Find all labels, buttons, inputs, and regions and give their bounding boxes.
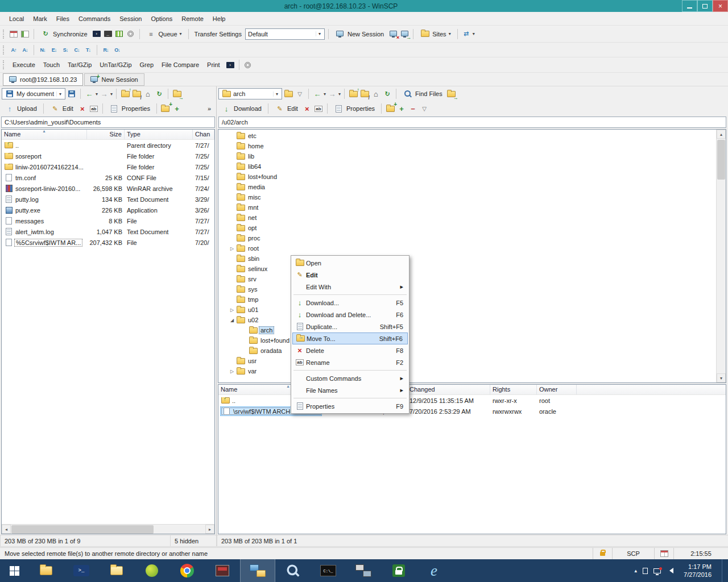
filter-icon[interactable]: ▽ — [295, 89, 305, 99]
sort-by-changed-icon[interactable]: C↓ — [72, 45, 82, 55]
menu-mark[interactable]: Mark — [28, 13, 51, 24]
preferences-gear-icon[interactable] — [126, 29, 136, 39]
parent-directory-icon[interactable]: ↑ — [120, 89, 130, 99]
taskbar-winscp[interactable] — [240, 559, 275, 582]
minimize-button[interactable] — [682, 0, 697, 12]
open-directory-icon[interactable]: → — [172, 89, 182, 99]
command-tar-gzip[interactable]: Tar/GZip — [64, 59, 96, 70]
home-directory-icon[interactable]: ⌂ — [143, 89, 153, 99]
remote-delete-icon[interactable]: × — [302, 104, 312, 114]
command-grep[interactable]: Grep — [136, 59, 158, 70]
menu-session[interactable]: Session — [115, 13, 146, 24]
show-desktop-button[interactable] — [722, 559, 727, 582]
tree-expander-icon[interactable]: ▷ — [229, 369, 235, 374]
context-custom-commands[interactable]: Custom Commands▸ — [292, 372, 408, 384]
taskbar-clock[interactable]: 1:17 PM 7/27/2016 — [679, 563, 716, 579]
local-path[interactable]: C:\Users\admin_yousif\Documents — [1, 117, 215, 128]
sites-button[interactable]: Sites▾ — [417, 27, 453, 40]
local-file-row[interactable]: alert_iwtm.log1,047 KBText Document7/27/ — [2, 226, 214, 237]
back-history-caret[interactable]: ▾ — [96, 92, 98, 97]
remote-path[interactable]: /u02/arch — [218, 117, 726, 128]
scroll-left-arrow-icon[interactable]: ◂ — [2, 525, 11, 534]
remote-column-changed[interactable]: Changed — [407, 385, 490, 394]
remote-back-icon[interactable]: ← — [312, 89, 322, 99]
local-file-row[interactable]: sosreport-liniw-20160...26,598 KBWinRAR … — [2, 183, 214, 194]
tree-expander-icon[interactable]: ◢ — [229, 318, 235, 323]
local-file-row[interactable]: liniw-20160724162214...File folder7/25/ — [2, 161, 214, 172]
command-execute[interactable]: Execute — [9, 59, 39, 70]
command-file-compare[interactable]: File Compare — [158, 59, 203, 70]
remote-properties-button[interactable]: Properties — [331, 102, 378, 115]
action-center-icon[interactable] — [643, 568, 648, 574]
titlebar[interactable]: arch - root@192.168.10.23 - WinSCP × — [0, 0, 728, 12]
console-open-icon[interactable]: › — [225, 60, 235, 70]
chevron-down-icon[interactable]: ▾ — [473, 31, 475, 36]
taskbar-chrome[interactable] — [169, 559, 205, 582]
local-edit-button[interactable]: ✎Edit — [47, 102, 76, 115]
tree-item-net[interactable]: net — [218, 213, 726, 223]
tree-item-lib[interactable]: lib — [218, 151, 726, 161]
remote-column-owner[interactable]: Owner — [537, 385, 577, 394]
sort-by-rights-icon[interactable]: R↓ — [101, 45, 111, 55]
transfer-settings-select[interactable]: Default▾ — [245, 28, 325, 40]
context-file-names[interactable]: File Names▸ — [292, 384, 408, 396]
context-edit-with[interactable]: Edit With▸ — [292, 281, 408, 293]
local-new-folder-icon[interactable]: + — [160, 104, 171, 114]
scroll-down-arrow-icon[interactable]: ▾ — [717, 373, 726, 383]
local-properties-button[interactable]: Properties — [106, 102, 153, 115]
queue-button[interactable]: ≡Queue▾ — [143, 27, 185, 40]
context-rename[interactable]: abRenameF2 — [292, 356, 408, 368]
encryption-cell[interactable] — [593, 548, 612, 559]
remote-filter-icon[interactable]: ▽ — [419, 104, 429, 114]
console-icon[interactable]: › — [92, 29, 102, 39]
taskbar-libraries[interactable] — [99, 559, 134, 582]
remote-column-rights[interactable]: Rights — [490, 385, 537, 394]
local-column-size[interactable]: Size — [87, 130, 125, 139]
network-icon[interactable] — [653, 568, 661, 573]
save-icon[interactable] — [67, 89, 77, 99]
taskbar-keepass[interactable] — [381, 559, 416, 582]
taskbar-powershell[interactable]: >_ — [64, 559, 99, 582]
download-button[interactable]: ↓Download — [218, 102, 264, 115]
tree-item-etc[interactable]: etc — [218, 131, 726, 141]
start-button[interactable] — [0, 559, 28, 582]
menu-options[interactable]: Options — [146, 13, 177, 24]
explorer-interface-icon[interactable] — [20, 29, 30, 39]
local-add-icon[interactable]: + — [172, 104, 182, 114]
remote-drive-select[interactable]: arch▾ — [218, 88, 282, 99]
close-button[interactable]: × — [713, 0, 728, 12]
tree-item-lib64[interactable]: lib64 — [218, 161, 726, 172]
console-window-icon[interactable]: _ — [103, 29, 113, 39]
chevron-down-icon[interactable]: ▾ — [56, 92, 64, 97]
remote-open-directory-icon[interactable]: → — [446, 89, 457, 99]
remote-root-directory-icon[interactable]: / — [359, 89, 370, 99]
remote-forward-icon[interactable]: → — [327, 89, 337, 99]
scroll-up-arrow-icon[interactable]: ▴ — [717, 130, 726, 139]
refresh-icon[interactable]: ↻ — [154, 89, 164, 99]
tree-expander-icon[interactable]: ▷ — [229, 307, 235, 313]
local-overflow-chevron-icon[interactable]: » — [204, 104, 214, 114]
remote-new-folder-icon[interactable]: + — [385, 104, 395, 114]
local-delete-icon[interactable]: × — [77, 104, 88, 114]
sort-by-type-icon[interactable]: T↓ — [83, 45, 93, 55]
remote-edit-button[interactable]: ✎Edit — [272, 102, 301, 115]
tree-expander-icon[interactable]: ▷ — [229, 246, 235, 251]
command-print[interactable]: Print — [203, 59, 224, 70]
menu-local[interactable]: Local — [5, 13, 28, 24]
menu-files[interactable]: Files — [52, 13, 74, 24]
menu-remote[interactable]: Remote — [177, 13, 208, 24]
synchronize-browsing-icon[interactable] — [114, 29, 125, 39]
local-column-chan[interactable]: Chan — [193, 130, 214, 139]
taskbar-file-explorer[interactable] — [28, 559, 64, 582]
remote-remove-icon[interactable]: − — [408, 104, 418, 114]
local-file-row[interactable]: %5Csrviwf$IWTM AR...207,432 KBFile7/20/ — [2, 237, 214, 248]
tree-item-misc[interactable]: misc — [218, 192, 726, 202]
taskbar-ie[interactable]: e — [416, 559, 452, 582]
back-icon[interactable]: ← — [84, 89, 94, 99]
menu-commands[interactable]: Commands — [74, 13, 115, 24]
tree-scrollbar[interactable]: ▴ ▾ — [716, 130, 726, 383]
local-column-type[interactable]: Type — [125, 130, 193, 139]
local-rename-icon[interactable]: ab — [89, 104, 99, 114]
remote-back-history-caret[interactable]: ▾ — [324, 92, 326, 97]
sort-descending-icon[interactable]: A↓ — [20, 45, 30, 55]
